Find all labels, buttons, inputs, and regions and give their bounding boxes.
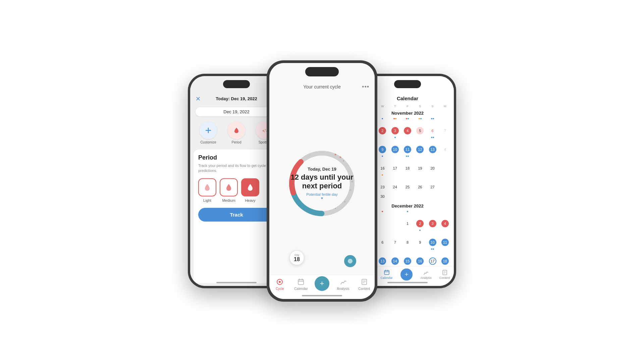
nov-18[interactable]: 18	[401, 164, 414, 173]
dec-1[interactable]: 1	[401, 219, 414, 229]
center-content: Your current cycle •••	[269, 63, 375, 299]
log-option-customize[interactable]: Customize	[196, 122, 221, 144]
nov-w2d-7	[439, 136, 451, 145]
dec-16[interactable]: 16	[414, 257, 426, 266]
flow-option-medium[interactable]: Medium	[220, 178, 238, 202]
flow-option-heavy[interactable]: Heavy	[241, 178, 259, 202]
nov-4[interactable]: 4	[401, 126, 414, 136]
dec-w3d-5	[414, 247, 426, 257]
nov-w3d-2	[376, 155, 388, 164]
col-header-f: F	[401, 104, 414, 109]
dec-9[interactable]: 9	[414, 238, 426, 247]
nav-item-cycle[interactable]: Cycle	[271, 278, 288, 291]
dec-w3d-4	[401, 247, 414, 257]
nov-19[interactable]: 19	[414, 164, 426, 173]
dec-4[interactable]: 4	[439, 219, 451, 229]
svg-point-3	[265, 129, 266, 130]
svg-point-5	[264, 131, 265, 132]
nov-dots-4	[401, 117, 414, 126]
dec-14[interactable]: 14	[389, 257, 401, 266]
nov-11[interactable]: 11	[401, 145, 414, 155]
nov-2[interactable]: 2	[376, 126, 388, 136]
track-button[interactable]: Track	[198, 208, 275, 222]
dec-11[interactable]: 11	[439, 238, 451, 247]
nov-26[interactable]: 26	[414, 183, 426, 192]
nov-3[interactable]: 3	[389, 126, 401, 136]
nov-w2d-4	[401, 136, 414, 145]
nov-w4d-6	[426, 173, 438, 183]
plus-icon[interactable]: +	[315, 276, 329, 291]
nov-20[interactable]: 20	[426, 164, 438, 173]
right-calendar-label: Calendar	[380, 276, 393, 280]
flow-box-heavy	[241, 178, 259, 196]
dec-15[interactable]: 15	[401, 257, 414, 266]
right-nav-content[interactable]: Content	[439, 269, 450, 280]
dec-dots-4	[401, 210, 414, 219]
nov-16[interactable]: 16	[376, 164, 388, 173]
nov-w3d-7	[439, 155, 451, 164]
svg-point-15	[344, 201, 346, 203]
right-nav-calendar[interactable]: Calendar	[380, 269, 393, 280]
dec-17[interactable]: 17	[426, 257, 438, 266]
dec-18[interactable]: 18	[439, 257, 451, 266]
nov-empty1	[389, 192, 401, 201]
nav-item-calendar[interactable]: Calendar	[292, 278, 309, 291]
right-plus-icon[interactable]: +	[400, 268, 413, 281]
more-icon[interactable]: •••	[362, 83, 369, 90]
left-header-title: Today: Dec 19, 2022	[216, 96, 257, 101]
nov-25[interactable]: 25	[401, 183, 414, 192]
nov-dots-6	[426, 117, 438, 126]
dec-w3d-3	[389, 247, 401, 257]
ovulation-dot	[344, 255, 356, 267]
close-icon[interactable]: ✕	[196, 95, 201, 103]
nov-10[interactable]: 10	[389, 145, 401, 155]
nov-9[interactable]: 9	[376, 145, 388, 155]
nov-w3d-4	[401, 155, 414, 164]
dec-10[interactable]: 10	[426, 238, 438, 247]
nov-prev-4: 4	[439, 145, 451, 155]
right-nav-plus[interactable]: +	[400, 268, 413, 281]
dec-13[interactable]: 13	[376, 257, 388, 266]
customize-icon	[200, 122, 217, 139]
cycle-fertile-arrow: ▼	[320, 196, 324, 200]
dec-2[interactable]: 2	[414, 219, 426, 229]
nov-5[interactable]: 5	[414, 126, 426, 136]
right-home-indicator	[387, 282, 428, 283]
nav-item-content[interactable]: Content	[356, 278, 373, 291]
dec-empty-tue	[376, 219, 388, 229]
nov-dots-3	[389, 117, 401, 126]
dec-7[interactable]: 7	[389, 238, 401, 247]
nav-item-plus[interactable]: +	[314, 278, 330, 291]
dec-w2d-5	[414, 229, 426, 238]
dec-3[interactable]: 3	[426, 219, 438, 229]
nav-item-analysis[interactable]: Analysis	[335, 278, 352, 291]
cycle-nav-label: Cycle	[276, 287, 284, 291]
dec-dots-6	[426, 210, 438, 219]
col-header-s2: S	[426, 104, 438, 109]
cycle-today: Today, Dec 19	[308, 167, 336, 172]
flow-option-light[interactable]: Light	[198, 178, 216, 202]
nov-w2d-3	[389, 136, 401, 145]
nov-17[interactable]: 17	[389, 164, 401, 173]
flow-options: Light Medium	[198, 178, 275, 202]
nov-12[interactable]: 12	[414, 145, 426, 155]
svg-point-20	[279, 281, 281, 283]
nov-13[interactable]: 13	[426, 145, 438, 155]
cycle-days-line2: next period	[302, 182, 342, 190]
nov-23[interactable]: 23	[376, 183, 388, 192]
dec-dots-5	[414, 210, 426, 219]
cycle-ring-container: Today, Dec 19 12 days until your next pe…	[269, 92, 375, 275]
nov-27[interactable]: 27	[426, 183, 438, 192]
nov-dots-5	[414, 117, 426, 126]
nov-empty5	[439, 192, 451, 201]
dec-w3d-6	[426, 247, 438, 257]
dec-8[interactable]: 8	[401, 238, 414, 247]
period-label: Period	[232, 140, 241, 144]
nov-24[interactable]: 24	[389, 183, 401, 192]
nov-30[interactable]: 30	[376, 192, 388, 201]
right-nav-analysis[interactable]: Analysis	[420, 269, 432, 280]
nov-6[interactable]: 6	[426, 126, 438, 136]
nov-w2d-5	[414, 136, 426, 145]
dec-6[interactable]: 6	[376, 238, 388, 247]
log-option-period[interactable]: Period	[224, 122, 249, 144]
